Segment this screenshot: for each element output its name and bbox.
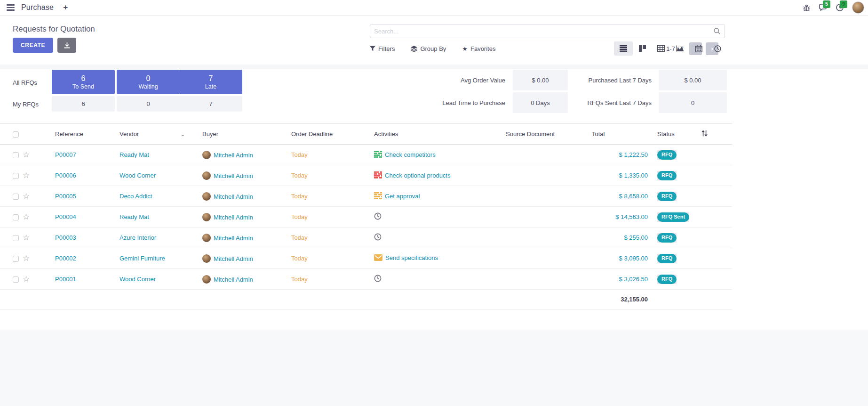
column-header-source-document[interactable]: Source Document xyxy=(493,124,592,145)
buyer-link[interactable]: Mitchell Admin xyxy=(214,152,253,159)
activity-tasks-yellow-icon[interactable] xyxy=(374,192,382,201)
messages-badge: 5 xyxy=(823,0,830,8)
column-header-buyer[interactable]: Buyer xyxy=(190,124,279,145)
activity-clock-icon[interactable] xyxy=(374,212,382,221)
buyer-link[interactable]: Mitchell Admin xyxy=(214,172,253,179)
messages-icon[interactable]: 5 xyxy=(819,3,828,12)
total-amount: $ 1,335.00 xyxy=(619,172,648,179)
kpi-waiting[interactable]: 0 Waiting xyxy=(117,70,180,94)
total-amount: $ 3,026.50 xyxy=(619,276,648,283)
optional-columns-icon[interactable] xyxy=(701,130,708,137)
favorite-star-icon[interactable]: ☆ xyxy=(23,171,30,180)
user-avatar[interactable] xyxy=(852,1,864,14)
apps-menu-icon[interactable] xyxy=(7,4,15,10)
column-header-activities[interactable]: Activities xyxy=(361,124,493,145)
my-late-count[interactable]: 7 xyxy=(179,96,242,112)
activity-label[interactable]: Check competitors xyxy=(385,151,436,158)
table-row[interactable]: ☆ P00005 Deco Addict Mitchell Admin Toda… xyxy=(0,186,732,207)
view-pivot-button[interactable] xyxy=(652,41,670,56)
reference-link[interactable]: P00005 xyxy=(55,193,76,200)
waiting-count: 0 xyxy=(146,74,151,83)
app-name[interactable]: Purchase xyxy=(21,3,54,12)
activity-label[interactable]: Check optional products xyxy=(385,172,450,179)
activities-icon[interactable]: 9 xyxy=(836,3,844,12)
reference-link[interactable]: P00002 xyxy=(55,255,76,262)
favorites-button[interactable]: ★ Favorites xyxy=(462,45,495,52)
select-all-checkbox[interactable] xyxy=(13,131,19,138)
buyer-link[interactable]: Mitchell Admin xyxy=(214,193,253,200)
activity-label[interactable]: Get approval xyxy=(385,193,420,200)
vendor-link[interactable]: Wood Corner xyxy=(119,172,156,179)
view-activity-button[interactable] xyxy=(708,41,727,56)
buyer-link[interactable]: Mitchell Admin xyxy=(214,214,253,221)
funnel-icon xyxy=(370,46,375,51)
activity-tasks-green-icon[interactable] xyxy=(374,151,382,159)
search-bar[interactable] xyxy=(370,24,725,38)
column-header-vendor[interactable]: Vendor⌄ xyxy=(107,124,190,145)
my-waiting-count[interactable]: 0 xyxy=(117,96,180,112)
reference-link[interactable]: P00006 xyxy=(55,172,76,179)
reference-link[interactable]: P00007 xyxy=(55,151,76,158)
row-checkbox[interactable] xyxy=(13,276,19,283)
order-deadline: Today xyxy=(291,172,308,179)
vendor-link[interactable]: Azure Interior xyxy=(119,234,156,241)
row-checkbox[interactable] xyxy=(13,152,19,158)
activity-clock-icon[interactable] xyxy=(374,233,382,242)
favorite-star-icon[interactable]: ☆ xyxy=(23,233,30,242)
reference-link[interactable]: P00003 xyxy=(55,234,76,241)
favorite-star-icon[interactable]: ☆ xyxy=(23,192,30,201)
reference-link[interactable]: P00004 xyxy=(55,213,76,220)
activity-label[interactable]: Send specifications xyxy=(385,254,438,261)
all-rfqs-label[interactable]: All RFQs xyxy=(13,79,37,86)
vendor-link[interactable]: Ready Mat xyxy=(119,151,149,158)
my-rfqs-label[interactable]: My RFQs xyxy=(13,101,39,108)
vendor-link[interactable]: Deco Addict xyxy=(119,193,152,200)
column-header-order-deadline[interactable]: Order Deadline xyxy=(279,124,361,145)
row-checkbox[interactable] xyxy=(13,214,19,220)
create-button[interactable]: CREATE xyxy=(13,38,53,53)
reference-link[interactable]: P00001 xyxy=(55,276,76,283)
favorite-star-icon[interactable]: ☆ xyxy=(23,254,30,263)
table-row[interactable]: ☆ P00002 Gemini Furniture Mitchell Admin… xyxy=(0,248,732,269)
search-icon[interactable] xyxy=(713,27,721,35)
row-checkbox[interactable] xyxy=(13,173,19,179)
bug-icon[interactable] xyxy=(803,4,811,12)
table-row[interactable]: ☆ P00007 Ready Mat Mitchell Admin Today … xyxy=(0,145,732,165)
vendor-link[interactable]: Gemini Furniture xyxy=(119,255,165,262)
row-checkbox[interactable] xyxy=(13,194,19,200)
my-to-send-count[interactable]: 6 xyxy=(52,96,115,112)
view-graph-button[interactable] xyxy=(670,41,689,56)
buyer-link[interactable]: Mitchell Admin xyxy=(214,235,253,242)
filters-button[interactable]: Filters xyxy=(370,45,395,52)
sort-chevron-down-icon[interactable]: ⌄ xyxy=(181,131,185,137)
table-row[interactable]: ☆ P00001 Wood Corner Mitchell Admin Toda… xyxy=(0,269,732,290)
section-divider xyxy=(0,65,868,69)
new-tab-plus-icon[interactable]: + xyxy=(63,3,68,12)
activity-clock-icon[interactable] xyxy=(374,275,382,284)
column-header-total[interactable]: Total xyxy=(592,124,652,145)
activity-tasks-red-icon[interactable] xyxy=(374,171,382,180)
kpi-to-send[interactable]: 6 To Send xyxy=(52,70,115,94)
row-checkbox[interactable] xyxy=(13,256,19,262)
vendor-link[interactable]: Wood Corner xyxy=(119,276,156,283)
group-by-button[interactable]: Group By xyxy=(411,45,446,52)
vendor-link[interactable]: Ready Mat xyxy=(119,213,149,220)
favorite-star-icon[interactable]: ☆ xyxy=(23,150,30,159)
favorite-star-icon[interactable]: ☆ xyxy=(23,275,30,284)
view-list-button[interactable] xyxy=(614,41,633,56)
activity-envelope-icon[interactable] xyxy=(374,254,382,262)
search-input[interactable] xyxy=(374,28,713,35)
row-checkbox[interactable] xyxy=(13,235,19,241)
buyer-link[interactable]: Mitchell Admin xyxy=(214,255,253,262)
kpi-late[interactable]: 7 Late xyxy=(179,70,242,94)
column-header-reference[interactable]: Reference xyxy=(42,124,107,145)
favorite-star-icon[interactable]: ☆ xyxy=(23,212,30,221)
view-calendar-button[interactable] xyxy=(689,41,708,56)
table-row[interactable]: ☆ P00004 Ready Mat Mitchell Admin Today … xyxy=(0,207,732,227)
table-row[interactable]: ☆ P00006 Wood Corner Mitchell Admin Toda… xyxy=(0,165,732,186)
table-row[interactable]: ☆ P00003 Azure Interior Mitchell Admin T… xyxy=(0,227,732,248)
export-button[interactable] xyxy=(57,38,76,53)
buyer-link[interactable]: Mitchell Admin xyxy=(214,276,253,283)
view-kanban-button[interactable] xyxy=(633,41,652,56)
column-header-status[interactable]: Status xyxy=(652,124,701,145)
